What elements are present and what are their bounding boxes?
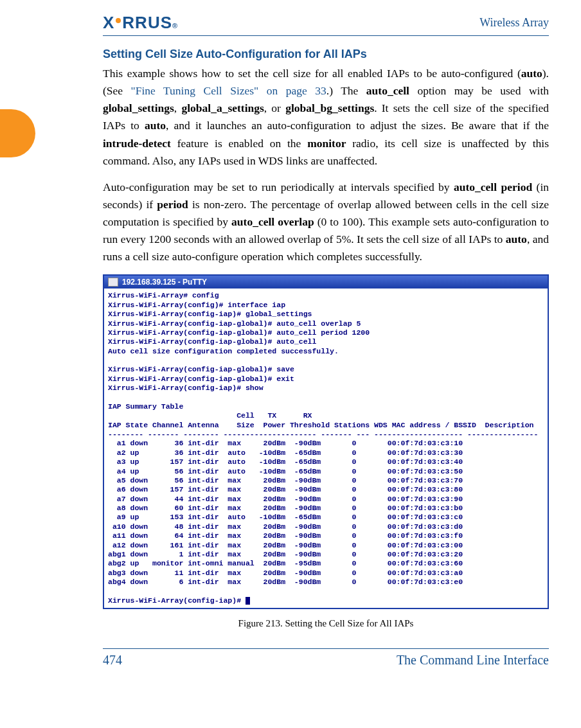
bold: global_settings <box>103 102 174 114</box>
page-number: 474 <box>103 653 122 668</box>
bold: auto_cell overlap <box>231 215 314 228</box>
brand-logo: XRRUS® <box>103 13 178 33</box>
text: This example shows how to set the cell s… <box>103 67 521 80</box>
terminal-body: Xirrus-WiFi-Array# config Xirrus-WiFi-Ar… <box>104 289 548 608</box>
terminal-title: 192.168.39.125 - PuTTY <box>122 278 207 287</box>
bold: global_a_settings <box>181 102 264 114</box>
bold: intrude-detect <box>103 137 171 150</box>
bold: monitor <box>307 137 346 150</box>
bold: auto <box>506 233 527 245</box>
footer-section-title: The Command Line Interface <box>397 653 549 668</box>
text: , <box>174 102 182 114</box>
bold: auto <box>521 67 542 80</box>
terminal-cursor <box>246 597 250 605</box>
text: , or <box>264 102 285 114</box>
terminal-screenshot: 192.168.39.125 - PuTTY Xirrus-WiFi-Array… <box>103 274 549 609</box>
paragraph-2: Auto-configuration may be set to run per… <box>103 179 549 266</box>
paragraph-1: This example shows how to set the cell s… <box>103 65 549 170</box>
text: Auto-configuration may be set to run per… <box>103 181 454 193</box>
putty-icon <box>108 278 118 287</box>
cross-ref-link[interactable]: "Fine Tuning Cell Sizes" on page 33 <box>131 84 326 97</box>
page-footer: 474 The Command Line Interface <box>103 648 549 668</box>
bold: global_bg_settings <box>285 102 374 114</box>
text: .) The <box>326 84 366 97</box>
page-header: XRRUS® Wireless Array <box>103 13 549 36</box>
bold: auto_cell <box>366 84 409 97</box>
text: , and it launches an auto-configuration … <box>166 119 549 132</box>
terminal-titlebar: 192.168.39.125 - PuTTY <box>104 276 548 289</box>
logo-dot-icon <box>116 18 121 23</box>
doc-title: Wireless Array <box>479 16 549 30</box>
text: feature is enabled on the <box>171 137 307 150</box>
bold: auto <box>145 119 166 132</box>
bold: period <box>157 198 188 211</box>
bold: auto_cell period <box>454 181 532 193</box>
side-tab <box>0 109 35 157</box>
section-title: Setting Cell Size Auto-Configuration for… <box>103 48 549 61</box>
figure-caption: Figure 213. Setting the Cell Size for Al… <box>103 618 549 629</box>
text: option may be used with <box>409 84 549 97</box>
